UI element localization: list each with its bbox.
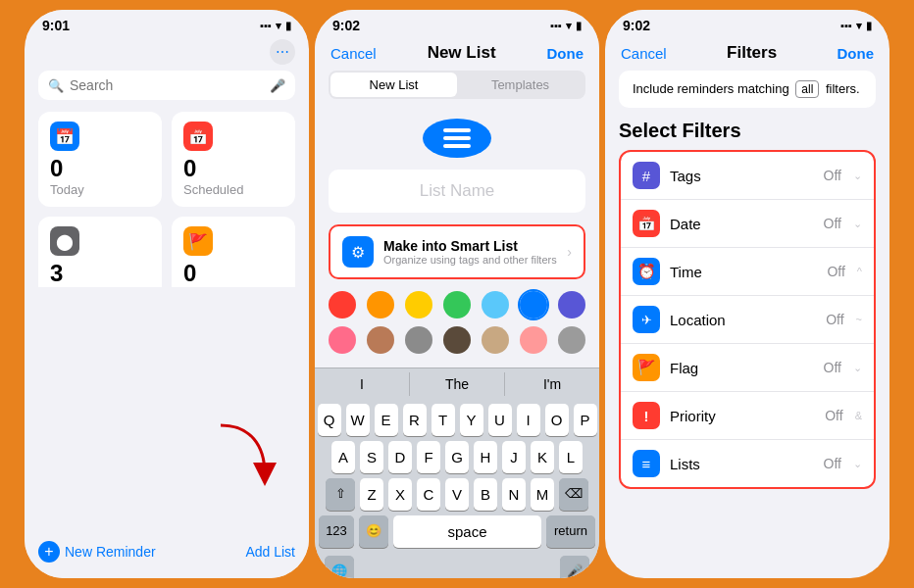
color-lightpink[interactable] xyxy=(520,326,547,354)
signal-icon-3: ▪▪▪ xyxy=(840,20,852,31)
flag-value: Off xyxy=(824,360,841,375)
cards-grid: 📅 0 Today 📅 0 Scheduled ⬤ 3 All 🚩 0 Flag… xyxy=(38,112,295,287)
key-shift[interactable]: ⇧ xyxy=(326,478,355,511)
select-filters-title: Select Filters xyxy=(605,120,889,150)
key-c[interactable]: C xyxy=(417,478,440,511)
tab-new-list[interactable]: New List xyxy=(330,73,457,97)
key-v[interactable]: V xyxy=(445,478,469,511)
key-j[interactable]: J xyxy=(502,441,526,473)
key-return[interactable]: return xyxy=(546,515,595,548)
color-lightblue[interactable] xyxy=(482,291,509,318)
location-icon: ✈ xyxy=(633,306,660,333)
color-silver[interactable] xyxy=(558,326,585,354)
key-n[interactable]: N xyxy=(502,478,526,511)
scheduled-icon: 📅 xyxy=(183,122,213,151)
suggestion-the[interactable]: The xyxy=(410,372,505,396)
lists-icon: ≡ xyxy=(633,450,660,477)
key-l[interactable]: L xyxy=(559,441,583,473)
key-space[interactable]: space xyxy=(393,515,541,548)
key-q[interactable]: Q xyxy=(318,404,341,436)
key-globe[interactable]: 🌐 xyxy=(325,556,354,578)
battery-icon-2: ▮ xyxy=(576,20,582,32)
filter-all-badge[interactable]: all xyxy=(795,80,819,98)
filter-row-time[interactable]: ⏰ Time Off ^ xyxy=(621,248,874,296)
key-o[interactable]: O xyxy=(545,404,569,436)
color-pink[interactable] xyxy=(329,326,356,354)
smart-list-banner[interactable]: ⚙ Make into Smart List Organize using ta… xyxy=(329,224,585,279)
suggestion-im[interactable]: I'm xyxy=(505,372,599,396)
new-reminder-button[interactable]: + New Reminder xyxy=(38,541,156,563)
done-button-2[interactable]: Done xyxy=(546,45,584,62)
key-z[interactable]: Z xyxy=(360,478,383,511)
lists-value: Off xyxy=(824,456,841,471)
color-brown[interactable] xyxy=(367,326,394,354)
color-picker xyxy=(315,291,599,368)
color-green[interactable] xyxy=(443,291,471,318)
flag-chevron: ⌄ xyxy=(853,362,862,374)
cancel-button-3[interactable]: Cancel xyxy=(621,45,667,62)
key-i[interactable]: I xyxy=(517,404,540,436)
color-blue[interactable] xyxy=(520,291,547,318)
color-orange[interactable] xyxy=(367,291,394,318)
key-g[interactable]: G xyxy=(445,441,469,473)
key-x[interactable]: X xyxy=(388,478,412,511)
filter-row-priority[interactable]: ! Priority Off & xyxy=(621,392,874,440)
key-m[interactable]: M xyxy=(531,478,554,511)
key-k[interactable]: K xyxy=(531,441,554,473)
key-r[interactable]: R xyxy=(403,404,427,436)
filter-row-date[interactable]: 📅 Date Off ⌄ xyxy=(621,200,874,248)
time-label: Time xyxy=(670,264,817,280)
key-b[interactable]: B xyxy=(474,478,497,511)
key-y[interactable]: Y xyxy=(460,404,483,436)
tags-chevron: ⌄ xyxy=(853,170,862,182)
mic-icon: 🎤 xyxy=(270,78,285,93)
cancel-button-2[interactable]: Cancel xyxy=(330,45,377,62)
key-d[interactable]: D xyxy=(388,441,412,473)
color-red[interactable] xyxy=(329,291,356,318)
flagged-icon: 🚩 xyxy=(183,226,213,256)
battery-icon-3: ▮ xyxy=(866,20,872,32)
card-today[interactable]: 📅 0 Today xyxy=(38,112,162,207)
svg-rect-1 xyxy=(443,136,471,140)
key-w[interactable]: W xyxy=(346,404,370,436)
key-p[interactable]: P xyxy=(574,404,597,436)
color-darkbrown[interactable] xyxy=(443,326,471,354)
card-scheduled[interactable]: 📅 0 Scheduled xyxy=(172,112,295,207)
done-button-3[interactable]: Done xyxy=(837,45,874,62)
color-row-1 xyxy=(329,291,585,318)
suggestion-i[interactable]: I xyxy=(315,372,410,396)
tab-templates[interactable]: Templates xyxy=(457,73,584,97)
key-delete[interactable]: ⌫ xyxy=(559,478,588,511)
filter-row-location[interactable]: ✈ Location Off ~ xyxy=(621,296,874,344)
key-f[interactable]: F xyxy=(417,441,440,473)
key-mic-keyboard[interactable]: 🎤 xyxy=(560,556,589,578)
color-purple[interactable] xyxy=(558,291,585,318)
key-h[interactable]: H xyxy=(474,441,497,473)
key-e[interactable]: E xyxy=(375,404,398,436)
card-all[interactable]: ⬤ 3 All xyxy=(38,217,162,287)
card-flagged[interactable]: 🚩 0 Flagged xyxy=(172,217,295,287)
more-icon[interactable]: ⋯ xyxy=(270,39,295,65)
filter-info-before: Include reminders matching xyxy=(633,81,789,96)
location-value: Off xyxy=(826,312,843,327)
color-tan[interactable] xyxy=(482,326,509,354)
list-name-input[interactable]: List Name xyxy=(329,170,585,213)
filter-row-lists[interactable]: ≡ Lists Off ⌄ xyxy=(621,440,874,487)
color-yellow[interactable] xyxy=(405,291,432,318)
key-a[interactable]: A xyxy=(331,441,355,473)
key-123[interactable]: 123 xyxy=(319,515,354,548)
key-s[interactable]: S xyxy=(360,441,383,473)
bottom-bar: + New Reminder Add List xyxy=(25,531,309,578)
add-list-button[interactable]: Add List xyxy=(245,544,295,560)
wifi-icon: ▾ xyxy=(276,20,281,32)
filter-row-tags[interactable]: # Tags Off ⌄ xyxy=(621,152,874,200)
search-input[interactable] xyxy=(70,77,264,93)
key-t[interactable]: T xyxy=(432,404,455,436)
color-gray[interactable] xyxy=(405,326,432,354)
priority-value: Off xyxy=(825,408,842,423)
key-u[interactable]: U xyxy=(488,404,512,436)
filter-row-flag[interactable]: 🚩 Flag Off ⌄ xyxy=(621,344,874,392)
key-emoji[interactable]: 😊 xyxy=(359,515,388,548)
search-bar[interactable]: 🔍 🎤 xyxy=(38,71,295,100)
lists-label: Lists xyxy=(670,456,814,472)
